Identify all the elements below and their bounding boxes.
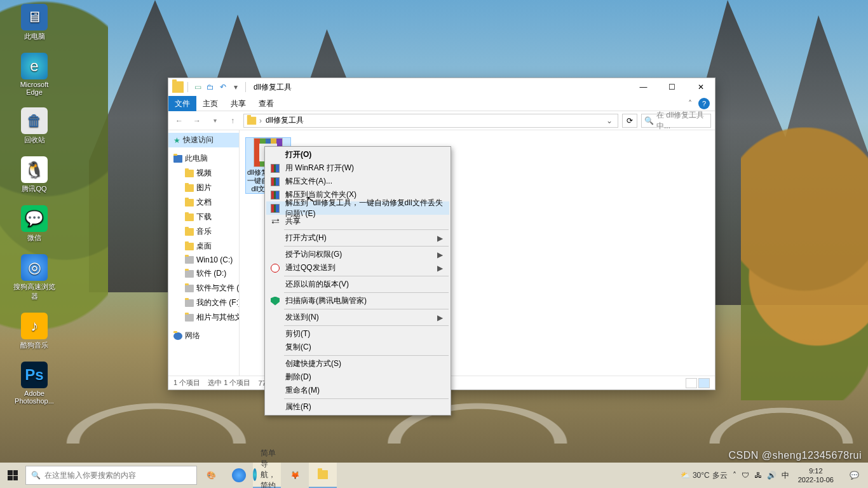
desktop-icon[interactable]: PsAdobe Photoshop... xyxy=(11,362,57,405)
titlebar[interactable]: ▭ 🗀 ↶ ▾ dll修复工具 — ☐ ✕ xyxy=(168,78,715,96)
menu-winrar-open[interactable]: 用 WinRAR 打开(W) xyxy=(266,161,449,175)
nav-item[interactable]: 下载 xyxy=(168,210,239,224)
menu-qq-send[interactable]: 通过QQ发送到▶ xyxy=(266,261,449,274)
tab-home[interactable]: 主页 xyxy=(196,96,224,111)
desktop-icon[interactable]: eMicrosoft Edge xyxy=(11,53,57,96)
menu-open[interactable]: 打开(O) xyxy=(266,148,449,161)
view-icons-button[interactable] xyxy=(698,378,710,388)
tab-file[interactable]: 文件 xyxy=(168,96,196,111)
tab-view[interactable]: 查看 xyxy=(252,96,280,111)
undo-icon[interactable]: ↶ xyxy=(217,81,229,93)
search-icon: 🔍 xyxy=(644,116,654,125)
address-dropdown-icon[interactable]: ⌄ xyxy=(604,116,615,125)
taskbar-app-edge[interactable]: 简单导航，简约网... xyxy=(253,463,281,488)
menu-extract-files[interactable]: 解压文件(A)... xyxy=(266,175,449,188)
taskbar-tab-title: 简单导航，简约网... xyxy=(261,448,281,489)
address-bar[interactable]: › dll修复工具 ⌄ xyxy=(243,114,618,128)
window-title: dll修复工具 xyxy=(254,82,292,93)
desktop-icon[interactable]: ◎搜狗高速浏览器 xyxy=(11,254,57,301)
weather-icon: ⛅ xyxy=(681,471,690,480)
desktop-icon[interactable]: ♪酷狗音乐 xyxy=(11,313,57,350)
menu-share[interactable]: ⮂共享 xyxy=(266,215,449,228)
winrar-icon xyxy=(270,203,280,214)
folder-icon xyxy=(185,214,194,221)
breadcrumb-item[interactable]: dll修复工具 xyxy=(264,115,305,126)
window-controls: — ☐ ✕ xyxy=(629,78,715,96)
props-icon[interactable]: ▭ xyxy=(192,81,203,93)
start-button[interactable] xyxy=(0,463,25,488)
nav-item[interactable]: 图片 xyxy=(168,180,239,195)
windows-logo-icon xyxy=(8,470,18,480)
taskbar-app-firefox[interactable]: 🦊 xyxy=(281,463,309,488)
nav-item-label: Win10 (C:) xyxy=(196,255,233,264)
nav-item[interactable]: 音乐 xyxy=(168,224,239,239)
folder-icon xyxy=(185,228,194,236)
nav-item[interactable]: 视频 xyxy=(168,166,239,180)
app-icon: ◎ xyxy=(21,254,48,281)
menu-extract-to[interactable]: 解压到 "dll修复工具，一键自动修复dll文件丢失问题\"(E) xyxy=(266,201,449,215)
nav-item[interactable]: Win10 (C:) xyxy=(168,254,239,266)
taskbar-clock[interactable]: 9:12 2022-10-06 xyxy=(794,466,837,484)
qat-dropdown-icon[interactable]: ▾ xyxy=(230,81,241,93)
desktop-icon[interactable]: 🗑回收站 xyxy=(11,107,57,145)
nav-item-label: 文档 xyxy=(196,197,212,208)
minimize-button[interactable]: — xyxy=(629,78,658,96)
new-folder-icon[interactable]: 🗀 xyxy=(205,81,216,93)
folder-icon xyxy=(185,199,194,207)
weather-widget[interactable]: ⛅ 30°C 多云 xyxy=(681,470,728,481)
nav-item[interactable]: 文档 xyxy=(168,195,239,210)
taskbar-app-paint[interactable]: 🎨 xyxy=(197,463,225,488)
nav-forward-button[interactable]: → xyxy=(190,114,204,128)
nav-network[interactable]: 网络 xyxy=(168,329,239,343)
nav-item[interactable]: 软件 (D:) xyxy=(168,266,239,281)
menu-delete[interactable]: 删除(D) xyxy=(266,370,449,384)
help-icon[interactable]: ? xyxy=(698,98,710,109)
nav-recent-button[interactable]: ▾ xyxy=(208,114,222,128)
app-icon: 🗑 xyxy=(21,107,48,134)
close-button[interactable]: ✕ xyxy=(686,78,715,96)
chevron-right-icon: ▶ xyxy=(437,313,443,322)
taskbar-app-sogou[interactable] xyxy=(225,463,253,488)
desktop-icon-label: 微信 xyxy=(27,233,41,243)
menu-rename[interactable]: 重命名(M) xyxy=(266,384,449,397)
tray-volume-icon[interactable]: 🔊 xyxy=(767,471,776,480)
taskbar-app-explorer[interactable] xyxy=(309,463,337,488)
tray-ime-icon[interactable]: 中 xyxy=(782,470,789,481)
menu-create-shortcut[interactable]: 创建快捷方式(S) xyxy=(266,357,449,370)
weather-cond: 多云 xyxy=(712,470,728,481)
taskbar-apps: 🎨 简单导航，简约网... 🦊 xyxy=(197,463,337,488)
notifications-button[interactable]: 💬 xyxy=(843,463,865,488)
nav-item[interactable]: 相片与其他文件 (G:) xyxy=(168,310,239,325)
nav-item[interactable]: 我的文件 (F:) xyxy=(168,295,239,310)
view-details-button[interactable] xyxy=(686,378,697,388)
nav-quick-access[interactable]: ★快速访问 xyxy=(168,133,239,147)
search-placeholder: 在 dll修复工具 中... xyxy=(656,110,708,132)
refresh-button[interactable]: ⟳ xyxy=(622,114,637,128)
nav-item[interactable]: 软件与文件 (E:) xyxy=(168,281,239,295)
nav-this-pc[interactable]: 此电脑 xyxy=(168,151,239,166)
menu-open-with[interactable]: 打开方式(H)▶ xyxy=(266,231,449,245)
nav-up-button[interactable]: ↑ xyxy=(226,114,240,128)
tab-share[interactable]: 共享 xyxy=(224,96,252,111)
menu-cut[interactable]: 剪切(T) xyxy=(266,327,449,341)
desktop-icon[interactable]: 🐧腾讯QQ xyxy=(11,156,57,194)
search-input[interactable]: 🔍 在 dll修复工具 中... xyxy=(641,114,711,128)
desktop-icon[interactable]: 💬微信 xyxy=(11,205,57,243)
menu-grant-access[interactable]: 授予访问权限(G)▶ xyxy=(266,248,449,261)
menu-properties[interactable]: 属性(R) xyxy=(266,400,449,414)
taskbar-search-input[interactable]: 🔍 在这里输入你要搜索的内容 xyxy=(25,466,197,485)
menu-restore-previous[interactable]: 还原以前的版本(V) xyxy=(266,278,449,291)
nav-back-button[interactable]: ← xyxy=(172,114,186,128)
chevron-right-icon[interactable]: › xyxy=(259,116,262,125)
menu-copy[interactable]: 复制(C) xyxy=(266,341,449,354)
menu-scan-virus[interactable]: 扫描病毒(腾讯电脑管家) xyxy=(266,294,449,308)
weather-temp: 30°C xyxy=(693,471,710,480)
tray-chevron-up-icon[interactable]: ˄ xyxy=(733,471,736,480)
desktop-icon[interactable]: 🖥此电脑 xyxy=(11,4,57,41)
tray-network-icon[interactable]: 🖧 xyxy=(754,471,762,480)
tray-security-icon[interactable]: 🛡 xyxy=(742,471,749,480)
menu-send-to[interactable]: 发送到(N)▶ xyxy=(266,311,449,324)
ribbon-collapse-icon[interactable]: ˄ xyxy=(684,99,696,108)
nav-item[interactable]: 桌面 xyxy=(168,239,239,254)
maximize-button[interactable]: ☐ xyxy=(658,78,686,96)
